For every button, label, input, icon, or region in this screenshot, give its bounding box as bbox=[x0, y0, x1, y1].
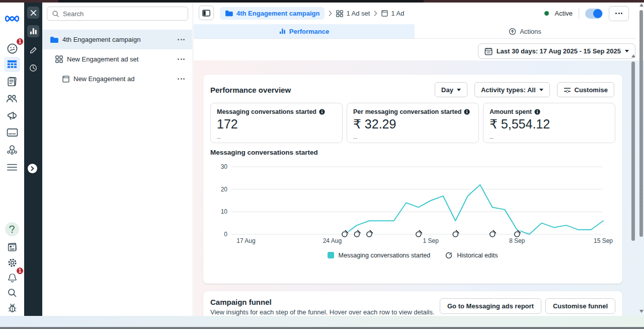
scrollbar-thumb[interactable] bbox=[631, 61, 635, 241]
customise-label: Customise bbox=[575, 86, 608, 94]
notifications-icon[interactable]: 1 bbox=[4, 270, 20, 285]
legend-historical-edits: Historical edits bbox=[445, 251, 498, 259]
insights-icon[interactable] bbox=[27, 25, 39, 37]
legend-conversations: Messaging conversations started bbox=[328, 252, 430, 259]
tab-label: Performance bbox=[289, 28, 329, 35]
breadcrumb-ad[interactable]: 1 Ad bbox=[381, 10, 404, 17]
customise-button[interactable]: Customise bbox=[557, 82, 614, 97]
activity-types-dropdown[interactable]: Activity types: All bbox=[474, 82, 550, 97]
breadcrumb-campaign[interactable]: 4th Engagement campaign bbox=[220, 7, 325, 20]
tab-actions[interactable]: Actions bbox=[415, 24, 635, 38]
card-header: Performance overview Day Activity types:… bbox=[203, 75, 622, 103]
metric-conversations: Messaging conversations started 172 -- bbox=[210, 103, 343, 143]
events-manager-icon[interactable] bbox=[4, 142, 20, 157]
report-problem-icon[interactable] bbox=[4, 300, 20, 315]
chevron-right-icon bbox=[329, 11, 332, 16]
edit-icon[interactable] bbox=[27, 44, 39, 56]
line-chart[interactable]: 010203017 Aug24 Aug1 Sep8 Sep15 Sep bbox=[203, 159, 622, 249]
tree-item-campaign[interactable]: 4th Engagement campaign bbox=[42, 30, 192, 49]
window-scrollbar[interactable] bbox=[639, 4, 643, 314]
sliders-icon bbox=[564, 87, 571, 93]
info-icon[interactable] bbox=[464, 109, 470, 115]
billing-icon[interactable] bbox=[4, 125, 20, 140]
global-nav-rail: 1 1 bbox=[0, 3, 24, 316]
meta-logo[interactable] bbox=[4, 11, 20, 26]
legend-label: Messaging conversations started bbox=[338, 252, 430, 259]
teal-swatch-icon bbox=[328, 252, 334, 258]
campaign-sidebar: 4th Engagement campaign New Engagement a… bbox=[42, 3, 193, 316]
svg-text:30: 30 bbox=[221, 163, 228, 170]
item-options-icon[interactable] bbox=[178, 58, 185, 60]
metric-label: Per messaging conversation started bbox=[353, 108, 461, 115]
search-icon[interactable] bbox=[4, 285, 20, 300]
close-icon[interactable] bbox=[27, 7, 39, 19]
divider bbox=[579, 8, 579, 19]
tree-item-ad[interactable]: New Engagement ad bbox=[42, 69, 192, 89]
chart-title: Messaging conversations started bbox=[210, 149, 318, 156]
tree-item-ad-set[interactable]: New Engagement ad set bbox=[42, 49, 192, 69]
all-tools-icon[interactable] bbox=[4, 160, 20, 175]
expand-chevron-button[interactable] bbox=[28, 164, 37, 173]
svg-text:0: 0 bbox=[224, 231, 227, 238]
messaging-ads-report-button[interactable]: Go to Messaging ads report bbox=[440, 298, 541, 314]
svg-text:15 Sep: 15 Sep bbox=[594, 237, 613, 244]
updates-icon[interactable] bbox=[4, 240, 20, 255]
panel-scrollbar[interactable] bbox=[631, 54, 635, 313]
breadcrumb-ad-set[interactable]: 1 Ad set bbox=[336, 10, 370, 17]
item-options-icon[interactable] bbox=[178, 78, 185, 80]
history-icon[interactable] bbox=[27, 62, 39, 74]
scroll-up-icon[interactable] bbox=[631, 54, 635, 57]
help-icon[interactable] bbox=[5, 222, 19, 236]
window-bottom-edge bbox=[0, 327, 644, 329]
status-label: Active bbox=[555, 10, 573, 17]
customise-funnel-button[interactable]: Customise funnel bbox=[545, 298, 615, 314]
tab-performance[interactable]: Performance bbox=[194, 24, 415, 38]
audiences-icon[interactable] bbox=[4, 91, 20, 106]
interval-label: Day bbox=[441, 86, 453, 94]
ad-frame-icon bbox=[62, 76, 69, 83]
calendar-icon bbox=[485, 47, 493, 55]
more-options-button[interactable] bbox=[609, 6, 629, 21]
ads-reporting-icon[interactable] bbox=[4, 74, 20, 89]
scrollbar-thumb[interactable] bbox=[639, 10, 643, 237]
scroll-down-icon[interactable] bbox=[639, 310, 643, 313]
account-overview-icon[interactable]: 1 bbox=[4, 41, 20, 56]
side-toolbar bbox=[24, 3, 42, 316]
info-icon[interactable] bbox=[534, 109, 540, 115]
campaigns-icon[interactable] bbox=[4, 57, 20, 72]
chevron-down-icon bbox=[625, 50, 629, 52]
metric-label: Messaging conversations started bbox=[217, 108, 316, 115]
svg-text:17 Aug: 17 Aug bbox=[236, 237, 255, 244]
activity-label: Activity types: All bbox=[481, 86, 536, 94]
interval-dropdown[interactable]: Day bbox=[435, 82, 467, 97]
scroll-up-icon[interactable] bbox=[639, 4, 643, 7]
notifications-badge: 1 bbox=[16, 267, 24, 275]
main-panel: 4th Engagement campaign 1 Ad set 1 Ad Ac… bbox=[194, 3, 644, 316]
info-icon[interactable] bbox=[319, 109, 325, 115]
metrics-row: Messaging conversations started 172 -- P… bbox=[203, 103, 622, 143]
legend-label: Historical edits bbox=[457, 252, 498, 259]
metric-sub: -- bbox=[353, 135, 472, 142]
window-bottom-strip bbox=[0, 316, 644, 327]
folder-icon bbox=[225, 10, 233, 17]
svg-text:10: 10 bbox=[221, 208, 228, 215]
date-range-button[interactable]: Last 30 days: 17 Aug 2025 - 15 Sep 2025 bbox=[478, 43, 635, 59]
ad-frame-icon bbox=[381, 10, 388, 17]
ads-icon[interactable] bbox=[4, 108, 20, 123]
metric-value: ₹ 5,554.12 bbox=[490, 117, 609, 131]
collapse-panel-icon[interactable] bbox=[199, 6, 214, 20]
active-toggle[interactable] bbox=[585, 9, 603, 19]
svg-text:20: 20 bbox=[221, 186, 228, 193]
sidebar-search[interactable] bbox=[47, 7, 188, 21]
metric-amount-spent: Amount spent ₹ 5,554.12 -- bbox=[483, 103, 615, 143]
chart-legend: Messaging conversations started Historic… bbox=[203, 251, 622, 259]
card-title: Performance overview bbox=[210, 86, 428, 94]
svg-text:1 Sep: 1 Sep bbox=[423, 237, 439, 244]
item-options-icon[interactable] bbox=[178, 39, 185, 40]
metric-label: Amount spent bbox=[490, 108, 532, 115]
search-icon bbox=[52, 10, 59, 18]
view-tabs: Performance Actions bbox=[194, 24, 635, 39]
account-badge: 1 bbox=[16, 37, 24, 46]
breadcrumb-label: 4th Engagement campaign bbox=[236, 10, 319, 17]
search-input[interactable] bbox=[63, 10, 183, 18]
